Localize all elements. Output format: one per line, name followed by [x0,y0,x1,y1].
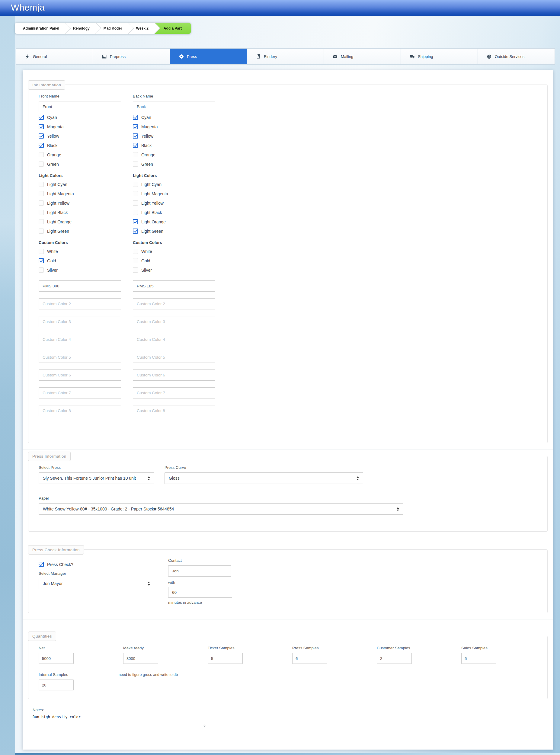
press-check-right-column: Contact with minutes in advance [168,558,232,605]
custom-color-input[interactable] [133,405,215,416]
custom-color-input[interactable] [133,370,215,381]
back-name-input[interactable] [133,101,215,112]
ink-color-checkbox-row[interactable]: Light Magenta [133,191,168,196]
checkbox [39,210,44,215]
breadcrumb-item-administration-panel[interactable]: Administration Panel [15,23,65,34]
custom-color-input[interactable] [39,280,121,292]
custom-color-input[interactable] [133,280,215,292]
custom-color-input[interactable] [39,334,121,345]
select-press-dropdown[interactable]: Sly Seven. This Fortune 5 Junior Print h… [39,473,154,484]
notes-block: Notes: [28,708,547,724]
resize-handle-icon[interactable] [203,724,206,727]
ink-color-checkbox-row[interactable]: Silver [39,267,58,273]
section-divider [23,538,553,538]
ink-color-checkbox-row[interactable]: Light Yellow [39,200,69,205]
checkbox [39,161,44,167]
ink-color-checkbox-row[interactable]: Gold [39,258,56,263]
select-arrows-icon [147,476,150,480]
ink-color-checkbox-row[interactable]: White [133,249,152,254]
envelope-icon [333,54,338,59]
ink-color-checkbox-row[interactable]: Light Orange [133,219,166,224]
quantity-input[interactable] [208,653,243,664]
ink-color-checkbox-row[interactable]: Light Cyan [39,182,67,187]
checkbox [133,134,138,139]
front-name-label: Front Name [39,94,133,99]
contact-input[interactable] [168,565,231,577]
custom-color-input[interactable] [133,387,215,398]
custom-color-input[interactable] [39,405,121,416]
tab-bindery[interactable]: Bindery [247,48,324,64]
front-name-input[interactable] [39,101,121,112]
minutes-input[interactable] [168,587,232,598]
ink-color-checkbox-row[interactable]: Black [39,143,57,148]
tab-press[interactable]: Press [170,48,247,64]
custom-color-input[interactable] [133,334,215,345]
press-information-legend: Press Information [28,452,71,461]
checkbox [133,229,138,234]
ink-color-checkbox-row[interactable]: Cyan [39,115,57,120]
custom-color-input[interactable] [133,298,215,310]
custom-color-input[interactable] [133,316,215,327]
ink-color-checkbox-row[interactable]: Yellow [39,134,59,139]
ink-color-checkbox-row[interactable]: Green [133,161,153,167]
front-custom-colors-label: Custom Colors [39,240,133,245]
background-stripe [0,16,15,755]
tab-general[interactable]: General [16,48,93,64]
quantity-input[interactable] [461,653,496,664]
press-check-information-section: Press Check Information Press Check? Sel… [28,550,547,613]
book-icon [256,54,261,59]
quantity-input[interactable] [377,653,412,664]
ink-color-checkbox-row[interactable]: Light Orange [39,219,72,224]
custom-color-input[interactable] [39,298,121,310]
tab-prepress[interactable]: Prepress [93,48,170,64]
ink-color-checkbox-row[interactable]: Light Black [39,210,67,215]
ink-color-checkbox-row[interactable]: Light Yellow [133,200,164,205]
quantity-input[interactable] [39,653,74,664]
quantity-input[interactable] [123,653,158,664]
quantity-field: Net [39,646,74,664]
quantity-field: Make ready [123,646,158,664]
ink-color-checkbox-row[interactable]: Light Green [39,229,69,234]
ink-color-checkbox-row[interactable]: Yellow [133,134,153,139]
ink-color-checkbox-row[interactable]: White [39,249,58,254]
press-curve-block: Press Curve Gloss [164,465,363,484]
custom-color-input[interactable] [133,352,215,363]
custom-color-input[interactable] [39,352,121,363]
paper-dropdown[interactable]: White Snow Yellow-80# - 35x1000 - Grade:… [39,503,403,515]
internal-samples-input[interactable] [39,679,74,690]
press-check-checkbox-row[interactable]: Press Check? [39,562,73,567]
custom-color-input[interactable] [39,316,121,327]
ink-color-checkbox-row[interactable]: Orange [39,152,61,157]
custom-color-input[interactable] [39,387,121,398]
app-header: Whemja [0,0,560,16]
ink-color-checkbox-row[interactable]: Magenta [133,124,158,129]
press-information-section: Press Information Select Press Sly Seven… [28,456,547,532]
tab-outside-services[interactable]: Outside Services [478,48,555,64]
tab-shipping[interactable]: Shipping [401,48,478,64]
ink-color-checkbox-row[interactable]: Cyan [133,115,151,120]
ink-color-checkbox-row[interactable]: Light Green [133,229,163,234]
ink-color-checkbox-row[interactable]: Silver [133,267,152,273]
press-check-left-column: Press Check? Select Manager Jon Mayor [39,558,168,605]
ink-color-checkbox-row[interactable]: Light Black [133,210,162,215]
paper-block: Paper White Snow Yellow-80# - 35x1000 - … [39,496,547,515]
quantity-field: Press Samples [292,646,327,664]
select-manager-dropdown[interactable]: Jon Mayor [39,578,154,589]
press-curve-dropdown[interactable]: Gloss [164,473,363,484]
ink-color-checkbox-row[interactable]: Magenta [39,124,63,129]
ink-color-checkbox-row[interactable]: Light Magenta [39,191,74,196]
tab-mailing[interactable]: Mailing [324,48,401,64]
back-process-color-group: Cyan Magenta Yellow [133,115,215,167]
back-custom-color-group: White Gold Silver [133,249,215,273]
ink-color-checkbox-row[interactable]: Light Cyan [133,182,161,187]
quantity-input[interactable] [292,653,327,664]
custom-color-input[interactable] [39,370,121,381]
quantity-field: Sales Samples [461,646,496,664]
internal-samples-label: Internal Samples [39,672,74,677]
ink-color-checkbox-row[interactable]: Black [133,143,152,148]
notes-textarea[interactable] [33,715,205,724]
ink-color-checkbox-row[interactable]: Gold [133,258,151,263]
ink-color-checkbox-row[interactable]: Orange [133,152,156,157]
quantity-field: Internal Samples [39,672,74,690]
ink-color-checkbox-row[interactable]: Green [39,161,59,167]
